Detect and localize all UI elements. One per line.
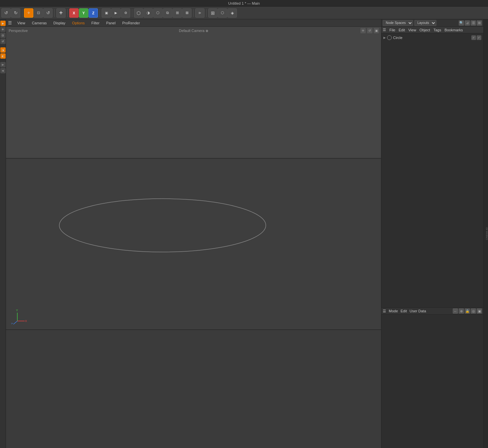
properties-maximize-btn[interactable]: ▣	[477, 308, 482, 314]
app-body: ▶ ✛ ⊡ ↺ ◑ ◐ ⊳ ⊲ ☰ View Cameras	[0, 19, 488, 448]
sep3	[67, 9, 68, 17]
wireframe-button[interactable]: ⬡	[153, 8, 163, 18]
viewport-mid[interactable]: Y X Z	[6, 159, 381, 330]
right-panel: Node Spaces Layouts 🔍 ⊿ ☰ ⊞ ☰ File Edit …	[381, 19, 483, 448]
left-select-tool[interactable]: ▶	[0, 21, 6, 26]
object-item-circle[interactable]: ▶ Circle ✓ ✓	[382, 34, 483, 41]
sep5	[132, 9, 132, 17]
right-menu-object[interactable]: Object	[419, 28, 430, 32]
properties-bar: ☰ Mode Edit User Data ← ⊕ 🔒 ◎ ▣	[381, 307, 483, 315]
left-icon-8: ⊲	[2, 69, 4, 72]
viewport-perspective-label: Perspective	[9, 29, 28, 33]
move-viewport-btn[interactable]: ✛	[360, 28, 366, 33]
object-item-buttons: ✓ ✓	[471, 35, 481, 40]
rotate-icon: ↺	[46, 10, 50, 15]
left-rotate-tool[interactable]: ↺	[0, 39, 6, 44]
right-menu-bar: ☰ File Edit View Object Tags Bookmarks	[381, 27, 483, 33]
scene-tools-group: ⊞ ⬡ ◈	[208, 8, 237, 18]
maximize-viewport-btn[interactable]: ▣	[374, 28, 379, 33]
right-menu-view[interactable]: View	[408, 28, 416, 32]
right-menu-edit[interactable]: Edit	[399, 28, 405, 32]
viewport-menu-panel[interactable]: Panel	[105, 20, 117, 26]
object-sort-btn[interactable]: ☰	[471, 20, 476, 26]
far-right-text: CINEMA 4D	[486, 226, 488, 241]
add-object-button[interactable]: +	[56, 8, 66, 18]
right-menu-icon[interactable]: ☰	[383, 28, 386, 32]
left-tool-7[interactable]: ⊳	[0, 62, 6, 67]
properties-menu-icon[interactable]: ☰	[383, 309, 386, 313]
undo-button[interactable]: ↺	[1, 8, 11, 18]
viewport-menu-filter[interactable]: Filter	[90, 20, 101, 26]
far-right-strip: CINEMA 4D	[483, 19, 488, 448]
vertex-btn[interactable]: ⊞	[173, 8, 182, 18]
edge-icon: ⊠	[186, 11, 189, 15]
viewport-menu-view[interactable]: View	[16, 20, 27, 26]
z-axis-button[interactable]: Z	[89, 8, 98, 18]
object-panel-spacer	[381, 171, 483, 307]
grid-button[interactable]: ⊞	[208, 8, 218, 18]
viewport-menu-display[interactable]: Display	[52, 20, 67, 26]
render-region-button[interactable]: ▣	[102, 8, 111, 18]
view-mode-group: ⬡ ◑ ⬡ ⧉ ⊞ ⊠	[134, 8, 192, 18]
left-tool-8[interactable]: ⊲	[0, 68, 6, 73]
scale-button[interactable]: ⊡	[34, 8, 43, 18]
left-move-icon: ✛	[2, 28, 4, 31]
rotate-button[interactable]: ↺	[43, 8, 53, 18]
render-settings-button[interactable]: ⚙	[121, 8, 130, 18]
properties-mode[interactable]: Mode	[389, 309, 398, 313]
properties-circle-btn[interactable]: ◎	[471, 308, 476, 314]
object-visibility-btn[interactable]: ✓	[471, 35, 476, 40]
render-active-icon: ▶	[115, 11, 117, 15]
left-tool-6[interactable]: ◐	[0, 53, 6, 59]
object-search-btn[interactable]: 🔍	[459, 20, 464, 26]
sep1	[22, 9, 22, 17]
viewport-top[interactable]: Perspective Default Camera ⊕ ✛ ↺ ▣	[6, 27, 381, 159]
main-toolbar: ↺ ↻ ✛ ⊡ ↺ + X Y Z ▣ ▶	[0, 7, 488, 19]
object-expand-icon: ▶	[383, 36, 386, 39]
y-axis-button[interactable]: Y	[79, 8, 88, 18]
left-icon-5: ◑	[2, 49, 4, 52]
viewport-menu-options[interactable]: Options	[71, 20, 86, 26]
object-grid-btn[interactable]: ⊞	[477, 20, 482, 26]
properties-lock-btn[interactable]: 🔒	[465, 308, 470, 314]
properties-nav-btn[interactable]: ⊕	[459, 308, 464, 314]
layouts-dropdown[interactable]: Layouts	[414, 20, 436, 26]
display-filter-button[interactable]: ⧉	[163, 8, 172, 18]
snap-button[interactable]: ⊳	[195, 8, 205, 18]
camera-button[interactable]: ⬡	[218, 8, 227, 18]
right-menu-tags[interactable]: Tags	[433, 28, 441, 32]
right-menu-file[interactable]: File	[389, 28, 395, 32]
object-lock-btn[interactable]: ✓	[477, 35, 481, 40]
x-axis-button[interactable]: X	[69, 8, 79, 18]
left-tool-5[interactable]: ◑	[0, 47, 6, 53]
shading-button[interactable]: ◑	[144, 8, 153, 18]
rotate-viewport-btn[interactable]: ↺	[367, 28, 372, 33]
viewport-menu-bar: ☰ View Cameras Display Options Filter Pa…	[6, 19, 381, 27]
viewport-menu-cameras[interactable]: Cameras	[31, 20, 48, 26]
light-button[interactable]: ◈	[228, 8, 237, 18]
viewport-controls-top: ✛ ↺ ▣	[360, 28, 379, 33]
select-move-button[interactable]: ✛	[24, 8, 33, 18]
properties-content	[381, 315, 483, 448]
left-scale-tool[interactable]: ⊡	[0, 33, 6, 38]
object-filter-btn[interactable]: ⊿	[465, 20, 470, 26]
svg-text:Y: Y	[16, 309, 18, 312]
node-spaces-bar: Node Spaces Layouts 🔍 ⊿ ☰ ⊞	[381, 19, 483, 27]
properties-user-data[interactable]: User Data	[410, 309, 426, 313]
viewport-menu-prorender[interactable]: ProRender	[121, 20, 141, 26]
redo-button[interactable]: ↻	[11, 8, 20, 18]
svg-line-5	[13, 321, 17, 324]
properties-back-btn[interactable]: ←	[453, 308, 458, 314]
perspective-view-button[interactable]: ⬡	[134, 8, 143, 18]
right-menu-bookmarks[interactable]: Bookmarks	[444, 28, 463, 32]
sep2	[54, 9, 55, 17]
add-icon: +	[59, 9, 63, 16]
left-move-tool[interactable]: ✛	[0, 27, 6, 32]
viewport-bottom[interactable]	[6, 330, 381, 448]
node-spaces-dropdown[interactable]: Node Spaces	[383, 20, 413, 26]
render-active-button[interactable]: ▶	[111, 8, 121, 18]
camera-icon: ⬡	[221, 11, 224, 15]
properties-edit[interactable]: Edit	[401, 309, 407, 313]
edge-btn[interactable]: ⊠	[182, 8, 192, 18]
viewport-menu-icon[interactable]: ☰	[8, 20, 12, 25]
